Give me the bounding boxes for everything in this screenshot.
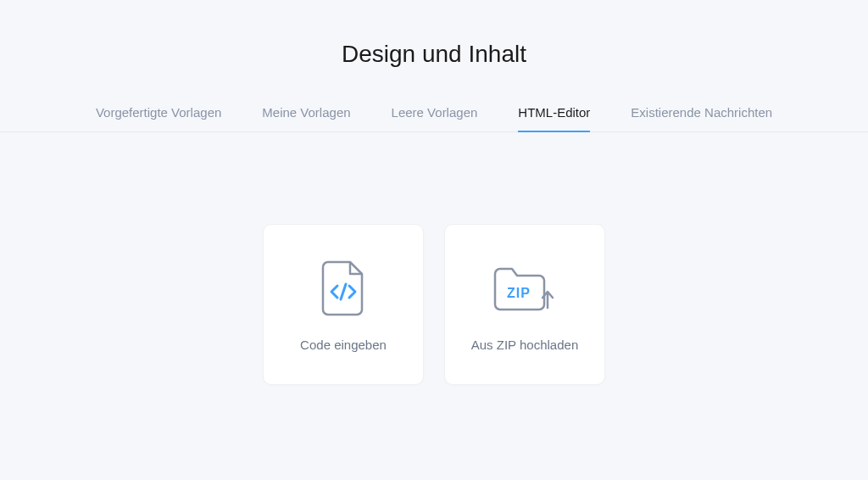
page-title: Design und Inhalt xyxy=(0,0,868,98)
zip-folder-upload-icon: ZIP xyxy=(492,255,558,321)
tab-html-editor[interactable]: HTML-Editor xyxy=(518,98,590,131)
tab-vorgefertigte-vorlagen[interactable]: Vorgefertigte Vorlagen xyxy=(96,98,221,131)
zip-text: ZIP xyxy=(507,286,531,300)
cards-container: Code eingeben ZIP Aus ZIP hochladen xyxy=(0,224,868,385)
tabs-nav: Vorgefertigte Vorlagen Meine Vorlagen Le… xyxy=(0,98,868,132)
enter-code-card[interactable]: Code eingeben xyxy=(263,224,424,385)
enter-code-label: Code eingeben xyxy=(300,337,387,354)
code-file-icon xyxy=(321,255,365,321)
tab-leere-vorlagen[interactable]: Leere Vorlagen xyxy=(392,98,478,131)
tab-meine-vorlagen[interactable]: Meine Vorlagen xyxy=(262,98,350,131)
tab-existierende-nachrichten[interactable]: Existierende Nachrichten xyxy=(631,98,772,131)
upload-zip-label: Aus ZIP hochladen xyxy=(471,337,578,354)
upload-zip-card[interactable]: ZIP Aus ZIP hochladen xyxy=(444,224,605,385)
